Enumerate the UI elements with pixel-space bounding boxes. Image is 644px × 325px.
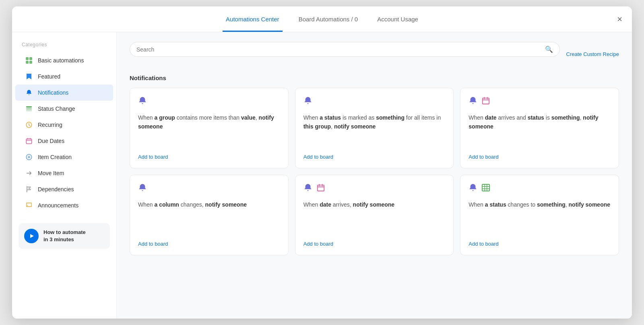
svg-rect-12 <box>317 185 324 191</box>
card-1-add-to-board[interactable]: Add to board <box>138 154 280 160</box>
tab-bar: Automations Center Board Automations / 0… <box>223 7 421 31</box>
card-4-icons <box>138 183 280 194</box>
sidebar-item-move-item-label: Move Item <box>38 170 64 176</box>
tab-account-usage[interactable]: Account Usage <box>374 8 421 32</box>
card-3-text: When date arrives and status is somethin… <box>469 113 611 147</box>
grid-icon <box>25 56 33 64</box>
card-4-add-to-board[interactable]: Add to board <box>138 241 280 247</box>
svg-rect-2 <box>26 61 29 64</box>
svg-marker-10 <box>30 234 34 238</box>
sidebar-item-due-dates-label: Due Dates <box>38 138 64 144</box>
tutorial-text: How to automate in 3 minutes <box>43 229 86 243</box>
bell-card2-icon <box>303 96 312 107</box>
sidebar-item-notifications-label: Notifications <box>38 89 68 96</box>
tutorial-box: How to automate in 3 minutes <box>19 223 110 249</box>
flag-icon <box>25 185 33 193</box>
sidebar-item-announcements-label: Announcements <box>38 202 78 209</box>
modal-body: Categories Basic automations <box>12 32 632 319</box>
sidebar-item-featured[interactable]: Featured <box>15 68 113 85</box>
modal-header: Automations Center Board Automations / 0… <box>12 6 632 32</box>
automation-card-1: When a group contains more items than va… <box>130 88 289 168</box>
sidebar-item-featured-label: Featured <box>38 73 60 80</box>
sidebar-item-item-creation[interactable]: Item Creation <box>15 149 113 165</box>
svg-rect-1 <box>29 57 32 60</box>
card-4-text: When a column changes, notify someone <box>138 200 280 234</box>
calendar-card5-icon <box>316 183 325 194</box>
svg-rect-3 <box>29 61 32 64</box>
calendar-card3-icon <box>481 96 490 107</box>
automation-card-6: When a status changes to something, noti… <box>460 175 619 255</box>
card-3-icons <box>469 96 611 107</box>
card-5-text: When date arrives, notify someone <box>303 200 446 234</box>
card-2-text: When a status is marked as something for… <box>303 113 446 147</box>
arrow-right-icon <box>25 169 33 177</box>
card-2-icons <box>303 96 446 107</box>
modal-container: Automations Center Board Automations / 0… <box>12 6 632 319</box>
automation-card-2: When a status is marked as something for… <box>295 88 454 168</box>
sidebar-item-announcements[interactable]: Announcements <box>15 197 113 213</box>
list-icon <box>25 105 33 113</box>
search-icon: 🔍 <box>545 46 553 53</box>
svg-rect-5 <box>26 108 32 110</box>
tab-automations-center[interactable]: Automations Center <box>223 8 283 32</box>
plus-icon <box>25 153 33 161</box>
close-button[interactable]: × <box>617 15 622 24</box>
tab-board-automations[interactable]: Board Automations / 0 <box>295 8 361 32</box>
card-6-icons <box>469 183 611 194</box>
svg-rect-13 <box>482 184 489 191</box>
sidebar-item-notifications[interactable]: Notifications <box>15 85 113 101</box>
section-header: Notifications <box>130 75 619 81</box>
clock-icon <box>25 121 33 129</box>
bell-card1-icon <box>138 96 147 107</box>
sidebar-item-dependencies[interactable]: Dependencies <box>15 181 113 197</box>
search-input[interactable] <box>136 46 542 53</box>
section-title: Notifications <box>130 75 166 81</box>
svg-rect-11 <box>483 98 489 104</box>
sidebar-item-status-change[interactable]: Status Change <box>15 101 113 117</box>
sidebar-item-recurring[interactable]: Recurring <box>15 117 113 133</box>
card-3-add-to-board[interactable]: Add to board <box>469 154 611 160</box>
automation-card-3: When date arrives and status is somethin… <box>460 88 619 168</box>
sidebar-item-due-dates[interactable]: Due Dates <box>15 133 113 149</box>
automation-card-4: When a column changes, notify someone Ad… <box>130 175 289 255</box>
bell-card5-icon <box>303 183 312 194</box>
main-content: 🔍 Create Custom Recipe Notifications <box>117 32 632 319</box>
bell-card3-icon <box>469 96 477 107</box>
card-6-text: When a status changes to something, noti… <box>469 200 611 234</box>
sidebar: Categories Basic automations <box>12 32 117 319</box>
create-custom-recipe-link[interactable]: Create Custom Recipe <box>566 51 619 57</box>
card-5-icons <box>303 183 446 194</box>
search-bar[interactable]: 🔍 <box>130 42 560 57</box>
cards-grid: When a group contains more items than va… <box>130 88 619 255</box>
svg-rect-6 <box>26 110 32 111</box>
sidebar-item-basic-automations-label: Basic automations <box>38 57 84 64</box>
card-1-text: When a group contains more items than va… <box>138 113 280 147</box>
sidebar-item-status-change-label: Status Change <box>38 106 75 112</box>
calendar-sidebar-icon <box>25 137 33 145</box>
svg-rect-4 <box>26 106 32 108</box>
card-1-icons <box>138 96 280 107</box>
automation-card-5: When date arrives, notify someone Add to… <box>295 175 454 255</box>
message-icon <box>25 201 33 209</box>
sidebar-item-recurring-label: Recurring <box>38 122 62 128</box>
table-card6-icon <box>481 183 490 194</box>
sidebar-item-item-creation-label: Item Creation <box>38 154 72 160</box>
svg-rect-8 <box>26 139 32 144</box>
svg-rect-0 <box>26 57 29 60</box>
bell-sidebar-icon <box>25 89 33 97</box>
bell-card6-icon <box>469 183 477 194</box>
bell-card4-icon <box>138 183 147 194</box>
play-button[interactable] <box>24 229 39 243</box>
sidebar-item-dependencies-label: Dependencies <box>38 186 74 193</box>
bookmark-icon <box>25 72 33 81</box>
sidebar-item-basic-automations[interactable]: Basic automations <box>15 52 113 68</box>
card-2-add-to-board[interactable]: Add to board <box>303 154 446 160</box>
categories-label: Categories <box>12 42 116 52</box>
card-5-add-to-board[interactable]: Add to board <box>303 241 446 247</box>
card-6-add-to-board[interactable]: Add to board <box>469 241 611 247</box>
sidebar-item-move-item[interactable]: Move Item <box>15 165 113 181</box>
